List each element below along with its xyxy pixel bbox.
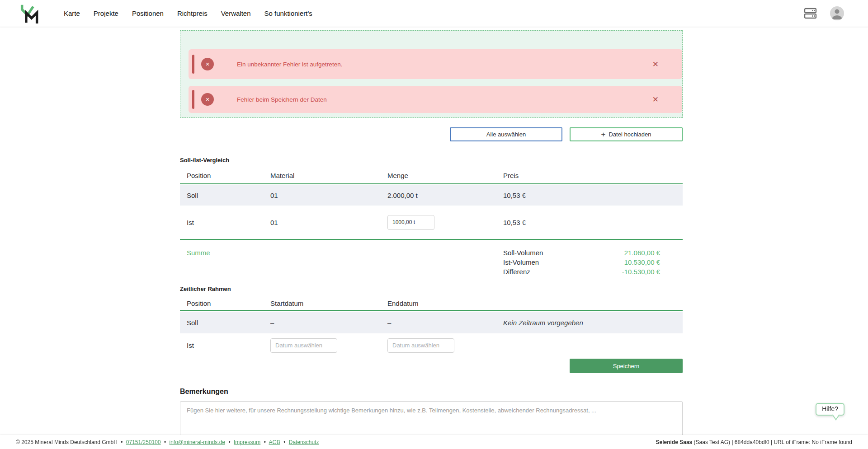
copyright-text: © 2025 Mineral Minds Deutschland GmbH [16,439,118,445]
nav-item-so-funktionierts[interactable]: So funktioniert's [264,9,312,17]
cell-position: Soll [187,192,270,199]
page-content: ✕ Ein unbekannter Fehler ist aufgetreten… [180,30,683,444]
cell-enddatum: – [387,319,503,327]
close-icon[interactable]: ✕ [652,61,659,68]
col-material: Material [270,172,387,179]
separator: • [228,439,230,445]
server-stack-icon[interactable] [804,7,817,19]
nav-item-richtpreis[interactable]: Richtpreis [177,9,208,17]
table-row-ist: Ist 01 10,53 € [180,206,683,240]
timeframe-row-soll: Soll – – Kein Zeitraum vorgegeben [180,312,683,333]
saas-details: (Saas Test AG) | 684dda40bdf0 | URL of i… [692,439,852,445]
cell-preis: 10,53 € [503,192,683,199]
alert-accent-bar [192,55,194,74]
summary-label: Differenz [503,267,530,276]
summary-row-ist-volumen: Ist-Volumen 10.530,00 € [503,257,660,267]
phone-link[interactable]: 07151/250100 [126,439,161,445]
cell-material: 01 [270,192,387,199]
alert-message: Ein unbekannter Fehler ist aufgetreten. [237,61,342,68]
footer: © 2025 Mineral Minds Deutschland GmbH • … [0,435,868,449]
cell-preis: 10,53 € [503,219,683,226]
summary-value: 10.530,00 € [624,257,660,267]
summe-label: Summe [187,248,210,276]
remarks-title: Bemerkungen [180,388,683,396]
nav-item-projekte[interactable]: Projekte [94,9,118,17]
alert-save-error: ✕ Fehler beim Speichern der Daten ✕ [189,86,682,113]
no-timeframe-note: Kein Zeitraum vorgegeben [503,319,683,327]
col-position: Position [187,299,270,307]
nav-item-verwalten[interactable]: Verwalten [221,9,251,17]
summary-block: Summe Soll-Volumen 21.060,00 € Ist-Volum… [180,240,683,276]
summary-row-differenz: Differenz -10.530,00 € [503,267,660,276]
col-menge: Menge [387,172,503,179]
email-link[interactable]: info@mineral-minds.de [169,439,225,445]
separator: • [121,439,123,445]
cell-position: Ist [187,341,270,349]
timeframe-table-header: Position Startdatum Enddatum [180,296,683,311]
plus-icon: + [601,131,606,138]
enddatum-input[interactable] [387,338,454,353]
main-nav: Karte Projekte Positionen Richtpreis Ver… [64,9,312,17]
footer-left: © 2025 Mineral Minds Deutschland GmbH • … [16,439,319,445]
comparison-section-title: Soll-/Ist-Vergleich [180,157,683,164]
cell-menge: 2.000,00 t [387,192,503,199]
separator: • [264,439,266,445]
summary-label: Ist-Volumen [503,257,539,267]
error-circle-icon: ✕ [201,58,214,70]
timeframe-section-title: Zeitlicher Rahmen [180,285,683,293]
close-icon[interactable]: ✕ [652,96,659,103]
table-row-soll: Soll 01 2.000,00 t 10,53 € [180,185,683,206]
separator: • [164,439,166,445]
mineral-minds-logo-icon[interactable] [20,3,40,24]
top-navigation-bar: Karte Projekte Positionen Richtpreis Ver… [0,0,868,27]
datenschutz-link[interactable]: Datenschutz [289,439,319,445]
separator: • [283,439,285,445]
startdatum-input[interactable] [270,338,337,353]
comparison-table-header: Position Material Menge Preis [180,168,683,184]
saas-name: Selenide Saas [656,439,693,445]
select-all-button[interactable]: Alle auswählen [450,127,562,141]
col-startdatum: Startdatum [270,299,387,307]
ist-menge-input[interactable] [387,215,434,230]
summary-value: -10.530,00 € [622,267,660,276]
cell-startdatum: – [270,319,387,327]
summary-row-soll-volumen: Soll-Volumen 21.060,00 € [503,248,660,257]
error-circle-icon: ✕ [201,93,214,106]
help-bubble[interactable]: Hilfe? [816,403,844,416]
upload-file-button[interactable]: + Datei hochladen [570,127,683,141]
summary-value: 21.060,00 € [624,248,660,257]
alert-unknown-error: ✕ Ein unbekannter Fehler ist aufgetreten… [189,49,682,79]
save-button[interactable]: Speichern [570,359,683,373]
alert-accent-bar [192,90,194,109]
impressum-link[interactable]: Impressum [234,439,260,445]
alert-message: Fehler beim Speichern der Daten [237,96,327,103]
col-position: Position [187,172,270,179]
nav-item-karte[interactable]: Karte [64,9,80,17]
upload-file-label: Datei hochladen [609,131,651,138]
agb-link[interactable]: AGB [269,439,280,445]
col-preis: Preis [503,172,683,179]
nav-item-positionen[interactable]: Positionen [132,9,164,17]
cell-position: Ist [187,219,270,226]
col-enddatum: Enddatum [387,299,503,307]
summary-label: Soll-Volumen [503,248,543,257]
timeframe-row-ist: Ist [180,333,683,357]
footer-environment-info: Selenide Saas (Saas Test AG) | 684dda40b… [656,439,852,445]
alerts-container: ✕ Ein unbekannter Fehler ist aufgetreten… [180,30,683,118]
user-avatar[interactable] [830,6,844,20]
cell-material: 01 [270,219,387,226]
cell-position: Soll [187,319,270,327]
